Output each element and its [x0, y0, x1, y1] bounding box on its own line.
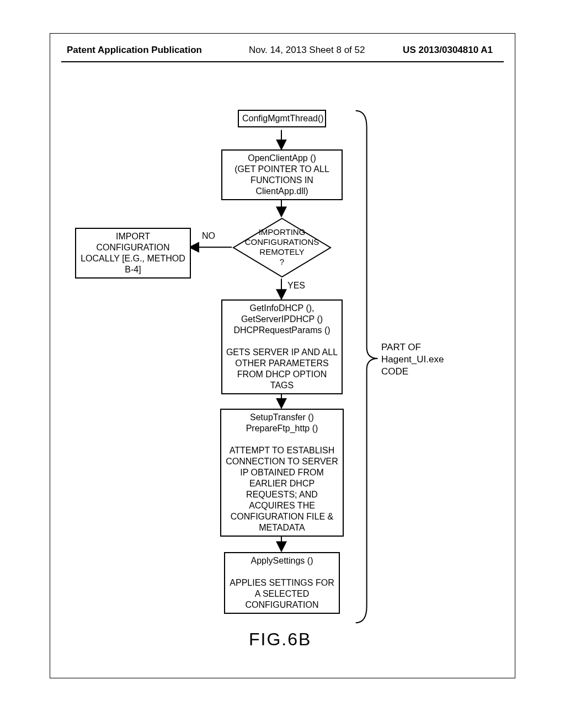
flow-open-client: OpenClientApp () (GET POINTER TO ALL FUN… — [221, 149, 343, 200]
flow-import-local: IMPORT CONFIGURATION LOCALLY [E.G., METH… — [75, 228, 191, 279]
flow-decision: IMPORTING CONFIGURATIONS REMOTELY ? — [232, 217, 332, 278]
flow-setup-transfer: SetupTransfer () PrepareFtp_http () ATTE… — [220, 409, 344, 537]
decision-no-label: NO — [202, 231, 215, 241]
decision-yes-label: YES — [287, 281, 305, 291]
figure-label: FIG.6B — [249, 629, 311, 650]
flow-dhcp: GetInfoDHCP (), GetServerIPDHCP () DHCPR… — [221, 299, 343, 394]
page-frame: Patent Application Publication Nov. 14, … — [50, 33, 515, 678]
brace-note: PART OF Hagent_UI.exe CODE — [381, 341, 444, 378]
flow-decision-text: IMPORTING CONFIGURATIONS REMOTELY ? — [232, 227, 332, 267]
flow-apply-settings: ApplySettings () APPLIES SETTINGS FOR A … — [224, 552, 340, 614]
flow-start: ConfigMgmtThread() — [238, 110, 326, 127]
